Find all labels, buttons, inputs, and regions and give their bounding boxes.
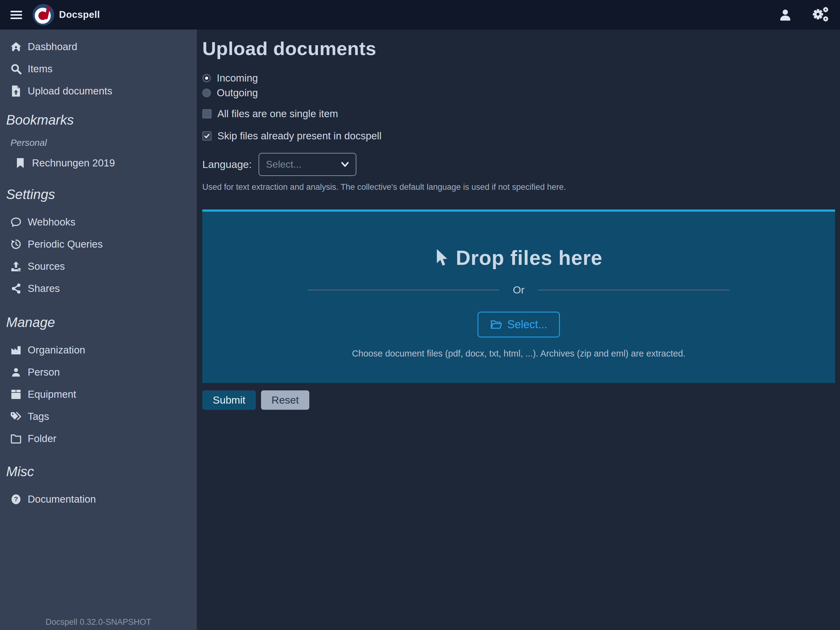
svg-text:?: ? [14,495,18,503]
checkbox-checked-icon[interactable] [202,131,212,141]
sidebar-item-label: Documentation [28,494,96,505]
sidebar-item-tags[interactable]: Tags [0,405,197,427]
radio-outgoing[interactable]: Outgoing [202,85,835,100]
sidebar-item-person[interactable]: Person [0,361,197,383]
question-circle-icon: ? [9,494,23,505]
file-dropzone[interactable]: Drop files here Or Select... Choose docu… [202,209,835,383]
sidebar-item-label: Upload documents [28,85,112,97]
language-label: Language: [202,158,252,171]
select-files-button-label: Select... [507,318,547,331]
sidebar-item-sources[interactable]: Sources [0,255,197,277]
sidebar-section-bookmarks: Bookmarks [0,111,197,128]
sidebar-item-folder[interactable]: Folder [0,427,197,450]
upload-icon [9,261,23,272]
radio-unselected-icon[interactable] [202,89,211,97]
sidebar-item-equipment[interactable]: Equipment [0,383,197,405]
app-title: Docspell [59,9,100,20]
language-select-value: Select... [266,159,340,170]
page-title: Upload documents [202,38,835,59]
dropzone-headline-row: Drop files here [435,246,602,269]
sidebar-item-shares[interactable]: Shares [0,277,197,300]
chevron-down-icon [340,161,350,168]
bookmark-icon [14,158,27,168]
sidebar-item-label: Webhooks [28,216,75,228]
sidebar-item-organization[interactable]: Organization [0,339,197,361]
hamburger-menu-icon[interactable] [9,9,24,21]
dropzone-hint: Choose document files (pdf, docx, txt, h… [352,348,686,359]
comment-icon [9,217,23,228]
house-user-icon [9,41,23,52]
select-files-button[interactable]: Select... [477,312,560,337]
sidebar-section-misc: Misc [0,463,197,480]
language-help-text: Used for text extraction and analysis. T… [202,182,835,192]
radio-label: Outgoing [217,87,258,99]
sidebar-item-label: Organization [28,344,85,356]
sidebar-item-bookmark[interactable]: Rechnungen 2019 [0,152,197,174]
sidebar-item-label: Dasbhoard [28,41,77,52]
or-divider: Or [308,284,729,296]
folder-icon [9,434,23,443]
top-navbar: Docspell [0,0,840,30]
sidebar-item-upload-documents[interactable]: Upload documents [0,80,197,102]
checkbox-unchecked-icon[interactable] [202,109,212,119]
sidebar-section-settings: Settings [0,186,197,203]
language-row: Language: Select... [202,153,835,176]
radio-selected-icon[interactable] [202,74,211,82]
sidebar-item-label: Folder [28,433,57,445]
sidebar-item-label: Items [28,63,52,75]
sidebar-item-label: Equipment [28,388,76,400]
sidebar-section-manage: Manage [0,314,197,331]
cogs-icon[interactable] [812,7,828,22]
checkbox-skip-duplicates[interactable]: Skip files already present in docspell [202,128,835,143]
sidebar-item-label: Periodic Queries [28,238,103,250]
sidebar-item-webhooks[interactable]: Webhooks [0,211,197,233]
form-actions: Submit Reset [202,390,835,410]
sidebar-item-dashboard[interactable]: Dasbhoard [0,36,197,58]
dropzone-headline: Drop files here [456,246,602,269]
checkbox-single-item[interactable]: All files are one single item [202,106,835,121]
reset-button[interactable]: Reset [261,390,309,410]
main-content: Upload documents Incoming Outgoing All f… [197,30,840,630]
industry-icon [9,345,23,356]
sidebar-item-label: Sources [28,261,65,272]
search-icon [9,63,23,74]
file-upload-icon [9,85,23,97]
checkbox-label: All files are one single item [217,108,338,120]
sidebar-item-label: Person [28,366,60,378]
or-divider-label: Or [513,284,524,296]
box-icon [9,389,23,400]
sidebar-item-label: Rechnungen 2019 [32,157,115,169]
tags-icon [9,411,23,422]
submit-button[interactable]: Submit [202,390,256,410]
radio-label: Incoming [217,72,258,84]
sidebar-item-items[interactable]: Items [0,58,197,80]
share-icon [9,283,23,294]
docspell-logo[interactable] [33,4,54,25]
sidebar-item-documentation[interactable]: ? Documentation [0,488,197,510]
mouse-pointer-icon [435,248,449,268]
sidebar-item-periodic-queries[interactable]: Periodic Queries [0,233,197,255]
sidebar-subsection-personal: Personal [0,136,197,149]
app-version: Docspell 0.32.0-SNAPSHOT [0,617,197,627]
person-icon [9,367,23,378]
history-icon [9,239,23,250]
sidebar-item-label: Tags [28,411,49,423]
language-select[interactable]: Select... [259,153,356,176]
direction-radio-group: Incoming Outgoing [202,71,835,100]
sidebar: Dasbhoard Items Upload documents Bo [0,30,197,630]
sidebar-item-label: Shares [28,283,60,294]
checkbox-label: Skip files already present in docspell [217,130,382,142]
radio-incoming[interactable]: Incoming [202,71,835,85]
folder-open-icon [490,319,502,330]
user-icon[interactable] [778,8,792,22]
